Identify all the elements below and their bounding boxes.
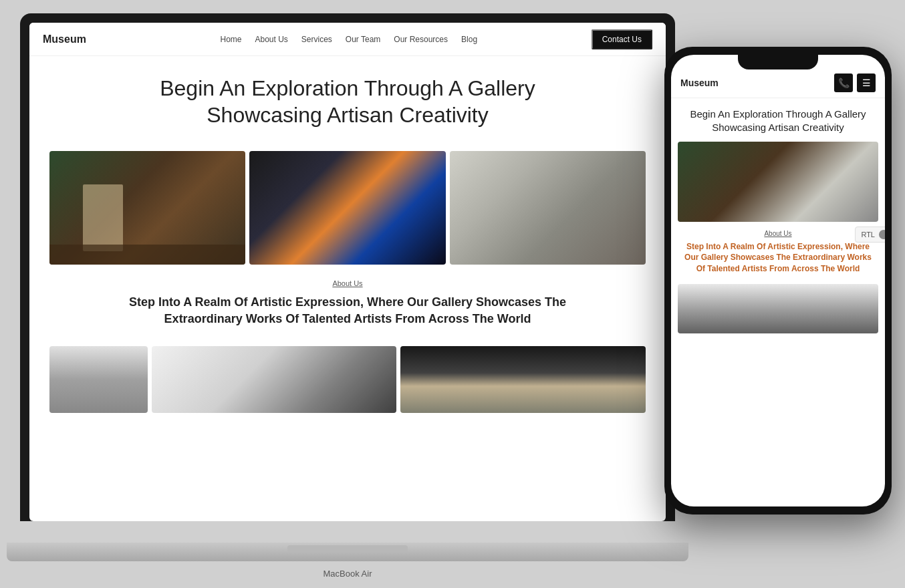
phone-notch (738, 55, 818, 69)
nav-about[interactable]: About Us (255, 35, 287, 44)
nav-ourteam[interactable]: Our Team (346, 35, 380, 44)
sculpture-image-3 (400, 346, 646, 413)
phone-menu-button[interactable]: ☰ (857, 74, 876, 92)
phone-sculpture-image (678, 284, 878, 333)
about-heading: Step Into A Realm Of Artistic Expression… (120, 294, 575, 327)
sculpture-image-1 (49, 346, 148, 413)
laptop-screen: Museum Home About Us Services Our Team O… (29, 23, 666, 521)
contact-us-button[interactable]: Contact Us (592, 29, 652, 49)
site-nav: Museum Home About Us Services Our Team O… (29, 23, 666, 56)
gallery-image-3 (450, 151, 646, 265)
phone-about-label[interactable]: About Us (680, 230, 876, 237)
gallery-row (29, 151, 666, 265)
hamburger-icon: ☰ (862, 78, 871, 88)
site-hero: Begin An Exploration Through A Gallery S… (29, 56, 666, 151)
laptop: Museum Home About Us Services Our Team O… (20, 13, 675, 561)
phone-logo: Museum (680, 78, 719, 88)
phone-hero: Begin An Exploration Through A Gallery S… (671, 98, 885, 142)
nav-services[interactable]: Services (301, 35, 332, 44)
phone-about-heading: Step Into A Realm Of Artistic Expression… (680, 241, 876, 275)
hero-heading: Begin An Exploration Through A Gallery S… (147, 75, 548, 128)
nav-blog[interactable]: Blog (461, 35, 477, 44)
sculpture-image-2 (152, 346, 397, 413)
laptop-body: Museum Home About Us Services Our Team O… (20, 13, 675, 521)
rtl-dot (879, 230, 885, 239)
phone-call-button[interactable]: 📞 (834, 74, 853, 92)
nav-resources[interactable]: Our Resources (394, 35, 448, 44)
nav-home[interactable]: Home (220, 35, 241, 44)
phone-screen: RTL Museum 📞 ☰ Begin An Exploration Thro… (671, 55, 885, 506)
about-label[interactable]: About Us (43, 279, 652, 287)
phone-icon: 📞 (838, 78, 850, 88)
phone-sculpture-row (671, 280, 885, 333)
gallery-image-2 (249, 151, 445, 265)
gallery-image-1 (49, 151, 245, 265)
rtl-toggle[interactable]: RTL (855, 227, 885, 243)
phone-gallery (671, 142, 885, 222)
about-section: About Us Step Into A Realm Of Artistic E… (29, 265, 666, 346)
site-logo: Museum (43, 33, 86, 45)
laptop-trackpad (287, 545, 408, 552)
sculpture-row (29, 346, 666, 413)
phone: RTL Museum 📞 ☰ Begin An Exploration Thro… (664, 47, 892, 514)
rtl-label: RTL (861, 231, 875, 239)
laptop-model-label: MacBook Air (324, 569, 372, 579)
phone-nav-icons: 📞 ☰ (834, 74, 876, 92)
phone-hero-heading: Begin An Exploration Through A Gallery S… (680, 108, 876, 135)
nav-links: Home About Us Services Our Team Our Reso… (106, 35, 592, 44)
phone-body: RTL Museum 📞 ☰ Begin An Exploration Thro… (664, 47, 892, 514)
phone-about: About Us Step Into A Realm Of Artistic E… (671, 222, 885, 280)
laptop-base (7, 543, 688, 561)
phone-gallery-image (678, 142, 878, 222)
